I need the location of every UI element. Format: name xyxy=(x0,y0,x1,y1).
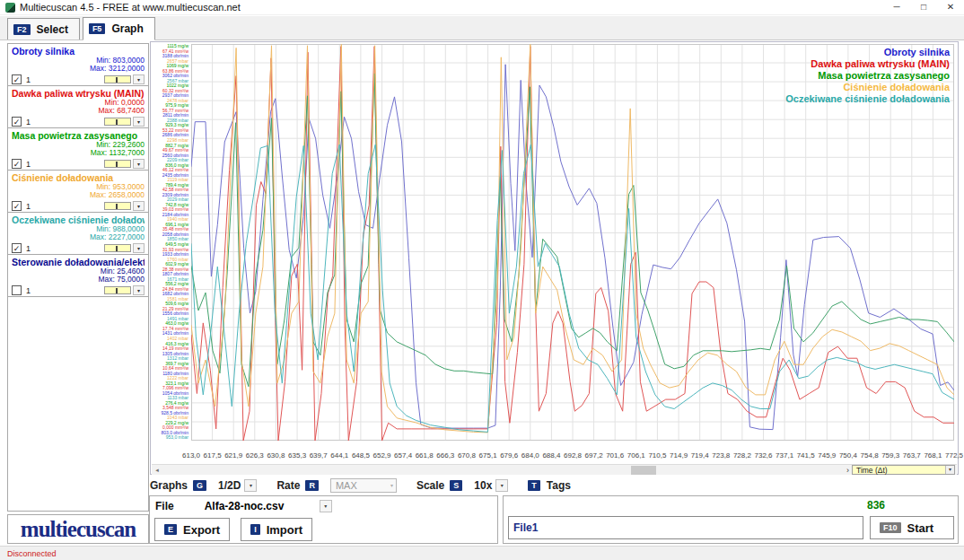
time-axis-label: Time (Δt) xyxy=(856,466,888,475)
f2-key-badge: F2 xyxy=(13,24,31,35)
channel-panel: Dawka paliwa wtrysku (MAIN)Min: 0,0000Ma… xyxy=(8,86,148,128)
tab-select-label: Select xyxy=(37,23,68,36)
channel-max: Max: 75,0000 xyxy=(12,276,145,284)
channel-visibility-checkbox[interactable]: ✓ xyxy=(12,74,22,84)
channel-index-label: 1 xyxy=(26,160,31,169)
tags-label[interactable]: Tags xyxy=(547,479,571,492)
import-button[interactable]: I Import xyxy=(241,518,312,541)
x-axis-labels: 613,0617,5621,9626,3630,8635,3639,7644,1… xyxy=(151,451,958,462)
graphs-label: Graphs xyxy=(150,479,188,492)
import-label: Import xyxy=(267,523,302,537)
export-key-badge: E xyxy=(164,524,177,535)
file-label: File xyxy=(155,500,174,512)
channel-dropdown-icon[interactable]: ▾ xyxy=(133,117,145,127)
channel-visibility-checkbox[interactable] xyxy=(12,285,22,295)
channel-dropdown-icon[interactable]: ▾ xyxy=(133,74,145,84)
tab-graph-label: Graph xyxy=(111,22,143,35)
channel-max: Max: 2227,0000 xyxy=(12,233,145,241)
file-dropdown-value[interactable]: Alfa-28-noc.csv xyxy=(205,500,312,512)
minimize-button[interactable]: ─ xyxy=(883,0,910,14)
tags-key-badge: T xyxy=(528,480,540,491)
f10-key-badge: F10 xyxy=(880,522,901,533)
export-label: Export xyxy=(183,523,220,537)
channel-dropdown-icon[interactable]: ▾ xyxy=(133,285,145,295)
close-button[interactable]: ✕ xyxy=(937,0,964,14)
title-bar: Multiecuscan 4.5 - FREE at www.multiecus… xyxy=(0,0,964,15)
app-window: Multiecuscan 4.5 - FREE at www.multiecus… xyxy=(0,0,964,560)
logo-box: multiecuscan xyxy=(7,514,149,544)
chart-legend: Obroty silnikaDawka paliwa wtrysku (MAIN… xyxy=(785,47,950,105)
scroll-left-icon[interactable]: ◂ xyxy=(152,467,162,474)
f5-key-badge: F5 xyxy=(89,23,106,34)
app-icon xyxy=(5,3,15,13)
channel-slider[interactable] xyxy=(104,75,131,83)
scale-value[interactable]: 10x xyxy=(474,479,492,492)
channel-visibility-checkbox[interactable]: ✓ xyxy=(12,243,22,253)
export-button[interactable]: E Export xyxy=(154,518,230,541)
scale-label: Scale xyxy=(416,479,444,492)
rate-label: Rate xyxy=(276,479,300,492)
graphs-value[interactable]: 1/2D xyxy=(218,479,241,492)
graph-controls-bar: Graphs G 1/2D ▾ Rate R MAX ▾ Scale S 10x… xyxy=(150,477,959,494)
file-name-input[interactable] xyxy=(508,516,863,539)
channel-visibility-checkbox[interactable]: ✓ xyxy=(12,159,22,169)
x-axis-tick-label: 772,5 xyxy=(938,451,964,459)
y-axis-labels: 1115 mg/w67,41 mm³/w3188 obr/min2657 mba… xyxy=(151,44,190,441)
scrollbar-thumb[interactable] xyxy=(631,466,656,475)
channel-panel: Masa powietrza zasysanegoMin: 229,2600Ma… xyxy=(8,128,148,171)
file-groupbox: File Alfa-28-noc.csv ▾ E Export I Import xyxy=(149,495,498,544)
channel-max: Max: 68,7400 xyxy=(12,107,145,115)
channel-slider[interactable] xyxy=(104,286,131,294)
channel-slider[interactable] xyxy=(104,244,131,252)
file-dropdown-icon[interactable]: ▾ xyxy=(320,500,332,512)
time-chevron-icon: › xyxy=(846,466,849,475)
run-groupbox: 836 F10 Start xyxy=(503,495,959,544)
channel-dropdown-icon[interactable]: ▾ xyxy=(133,243,145,253)
rate-key-badge: R xyxy=(305,480,319,491)
legend-entry: Dawka paliwa wtrysku (MAIN) xyxy=(785,58,950,70)
channel-dropdown-icon[interactable]: ▾ xyxy=(133,201,145,211)
window-title: Multiecuscan 4.5 - FREE at www.multiecus… xyxy=(20,2,241,13)
multiecuscan-logo: multiecuscan xyxy=(21,517,136,542)
scrollbar-track[interactable] xyxy=(162,466,841,475)
channel-visibility-checkbox[interactable]: ✓ xyxy=(12,201,22,211)
channel-slider[interactable] xyxy=(104,160,131,168)
tab-bar: F2 Select F5 Graph xyxy=(0,16,964,40)
channel-sidebar: Obroty silnikaMin: 803,0000Max: 3212,000… xyxy=(7,43,149,512)
legend-entry: Obroty silnika xyxy=(785,47,950,58)
tab-select[interactable]: F2 Select xyxy=(7,18,80,39)
channel-slider[interactable] xyxy=(104,202,131,210)
channel-panel: Obroty silnikaMin: 803,0000Max: 3212,000… xyxy=(8,44,148,86)
channel-index-label: 1 xyxy=(26,118,31,127)
rate-dropdown-icon: ▾ xyxy=(388,482,396,488)
import-key-badge: I xyxy=(250,524,260,535)
plot-area[interactable]: Obroty silnikaDawka paliwa wtrysku (MAIN… xyxy=(191,44,954,441)
maximize-button[interactable]: □ xyxy=(910,0,937,14)
channel-slider[interactable] xyxy=(104,118,131,126)
graphs-key-badge: G xyxy=(193,480,206,491)
channel-visibility-checkbox[interactable]: ✓ xyxy=(12,117,22,127)
rate-value: MAX xyxy=(336,480,357,491)
channel-max: Max: 1132,7000 xyxy=(12,149,145,157)
start-button[interactable]: F10 Start xyxy=(870,516,954,539)
channel-index-label: 1 xyxy=(26,202,31,211)
time-axis-dropdown[interactable]: Time (Δt) ▾ xyxy=(852,465,955,475)
horizontal-scrollbar[interactable]: ◂ › Time (Δt) ▾ xyxy=(152,464,957,475)
legend-entry: Masa powietrza zasysanego xyxy=(785,70,950,82)
channel-panel: Sterowanie doładowania/elektrozawórMin: … xyxy=(8,255,148,297)
channel-panel: Oczekiwane ciśnienie doładowaniaMin: 988… xyxy=(8,213,148,255)
tab-graph[interactable]: F5 Graph xyxy=(83,17,155,40)
channel-max: Max: 2658,0000 xyxy=(12,191,145,199)
chevron-down-icon[interactable]: ▾ xyxy=(945,466,954,474)
scale-dropdown-icon[interactable]: ▾ xyxy=(495,479,508,492)
status-bar: Disconnected xyxy=(0,546,964,560)
record-counter: 836 xyxy=(867,499,885,512)
legend-entry: Oczekiwane ciśnienie doładowania xyxy=(785,93,950,105)
legend-entry: Ciśnienie doładowania xyxy=(785,82,950,93)
graphs-dropdown-icon[interactable]: ▾ xyxy=(244,479,257,492)
channel-dropdown-icon[interactable]: ▾ xyxy=(133,159,145,169)
channel-panel: Ciśnienie doładowaniaMin: 953,0000Max: 2… xyxy=(8,171,148,213)
channel-index-label: 1 xyxy=(26,244,31,253)
scale-key-badge: S xyxy=(450,480,462,491)
channel-index-label: 1 xyxy=(26,75,31,84)
